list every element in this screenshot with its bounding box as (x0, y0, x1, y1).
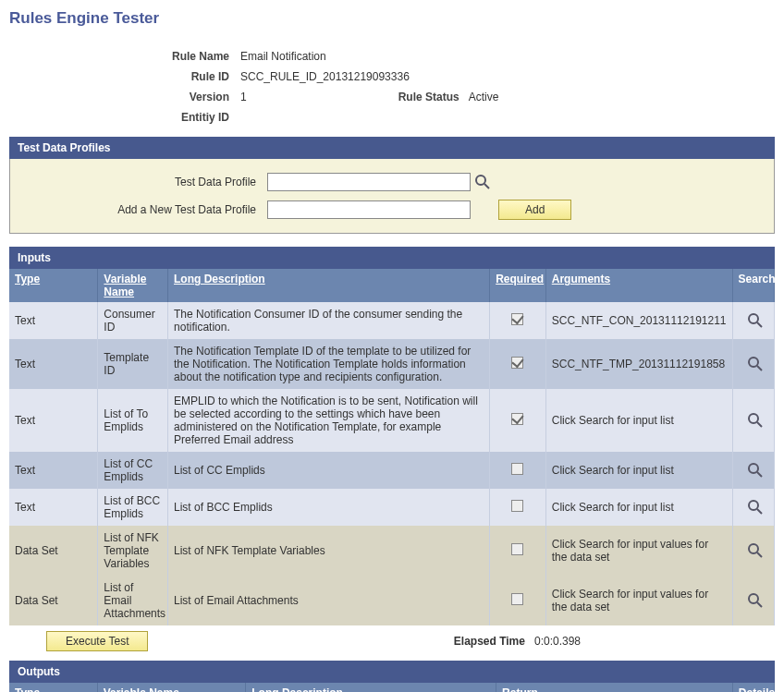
rule-header: Rule Name Email Notification Rule ID SCC… (9, 46, 775, 127)
col-arguments[interactable]: Arguments (552, 273, 610, 285)
col-search: Search (732, 269, 774, 302)
table-row: Data SetList of Email AttachmentsList of… (9, 576, 775, 625)
checkbox-icon (511, 413, 523, 425)
cell-required (490, 389, 546, 452)
test-data-profiles-box: Test Data Profile Add a New Test Data Pr… (9, 159, 775, 234)
version-value: 1 (240, 91, 247, 103)
svg-line-15 (757, 602, 762, 607)
svg-line-3 (757, 322, 762, 327)
cell-arguments: SCC_NTF_CON_20131112191211 (545, 302, 732, 339)
entity-id-label: Entitiy ID (9, 111, 240, 124)
cell-arguments: Click Search for input list (545, 452, 732, 489)
cell-long-description: List of Email Attachments (168, 576, 490, 625)
cell-arguments: Click Search for input list (545, 489, 732, 526)
svg-point-4 (749, 358, 758, 367)
cell-required (490, 576, 546, 625)
col-long-description[interactable]: Long Description (174, 273, 265, 285)
inputs-grid: Type Variable Name Long Description Requ… (9, 269, 775, 625)
cell-search (732, 302, 774, 339)
svg-point-12 (749, 544, 758, 553)
checkbox-icon (511, 463, 523, 475)
elapsed-time-value: 0:0:0.398 (534, 635, 581, 648)
cell-required (490, 302, 546, 339)
page-title: Rules Engine Tester (9, 9, 775, 28)
search-icon[interactable] (747, 499, 764, 516)
cell-search (732, 339, 774, 389)
table-row: TextList of CC EmplidsList of CC Emplids… (9, 452, 775, 489)
checkbox-icon (511, 313, 523, 325)
cell-search (732, 576, 774, 625)
checkbox-icon (511, 543, 523, 555)
cell-variable: List of To Emplids (98, 389, 168, 452)
cell-type: Text (9, 489, 98, 526)
cell-long-description: List of NFK Template Variables (168, 526, 490, 576)
outputs-grid: Type Variable Name Long Description Retu… (9, 683, 775, 692)
rule-name-label: Rule Name (9, 50, 240, 63)
col-return[interactable]: Return (502, 686, 538, 692)
checkbox-icon (511, 593, 523, 605)
col-long-description[interactable]: Long Description (251, 686, 343, 692)
rule-status-value: Active (469, 91, 499, 103)
search-icon[interactable] (747, 592, 764, 609)
cell-required (490, 526, 546, 576)
cell-required (490, 452, 546, 489)
col-variable-name[interactable]: Variable Name (104, 686, 179, 692)
execute-test-button[interactable]: Execute Test (46, 631, 148, 651)
search-icon[interactable] (747, 412, 764, 429)
inputs-header: Inputs (9, 247, 775, 269)
svg-point-2 (749, 314, 758, 323)
col-variable-name[interactable]: Variable Name (104, 273, 146, 298)
test-data-profile-label: Test Data Profile (18, 176, 267, 188)
table-row: TextConsumer IDThe Notification Consumer… (9, 302, 775, 339)
cell-search (732, 389, 774, 452)
rule-status-label: Rule Status (321, 91, 469, 103)
outputs-header: Outputs (9, 661, 775, 683)
col-type[interactable]: Type (15, 686, 40, 692)
table-row: TextList of BCC EmplidsList of BCC Empli… (9, 489, 775, 526)
table-row: Data SetList of NFK Template VariablesLi… (9, 526, 775, 576)
svg-line-11 (757, 509, 762, 514)
svg-line-13 (757, 552, 762, 557)
search-icon[interactable] (747, 356, 764, 372)
cell-type: Data Set (9, 526, 98, 576)
cell-type: Text (9, 452, 98, 489)
svg-line-5 (757, 366, 762, 370)
svg-line-7 (757, 422, 762, 427)
cell-arguments: Click Search for input values for the da… (545, 526, 732, 576)
cell-search (732, 452, 774, 489)
table-row: TextTemplate IDThe Notification Template… (9, 339, 775, 389)
cell-required (490, 489, 546, 526)
elapsed-time-label: Elapsed Time (454, 635, 525, 648)
cell-long-description: List of CC Emplids (168, 452, 490, 489)
version-label: Version (9, 91, 240, 103)
search-icon[interactable] (747, 462, 764, 479)
col-details: Details (732, 683, 774, 692)
cell-variable: List of CC Emplids (98, 452, 168, 489)
svg-point-8 (749, 464, 758, 473)
search-icon[interactable] (474, 174, 491, 190)
cell-variable: List of NFK Template Variables (98, 526, 168, 576)
cell-search (732, 526, 774, 576)
table-row: TextList of To EmplidsEMPLID to which th… (9, 389, 775, 452)
checkbox-icon (511, 500, 523, 512)
col-required[interactable]: Required (496, 273, 544, 285)
cell-variable: List of BCC Emplids (98, 489, 168, 526)
col-type[interactable]: Type (15, 273, 40, 285)
svg-point-6 (749, 414, 758, 423)
cell-arguments: Click Search for input list (545, 389, 732, 452)
cell-arguments: SCC_NTF_TMP_20131112191858 (545, 339, 732, 389)
add-button[interactable]: Add (498, 200, 571, 220)
cell-variable: List of Email Attachments (98, 576, 168, 625)
search-icon[interactable] (747, 312, 764, 329)
cell-long-description: EMPLID to which the Notification is to b… (168, 389, 490, 452)
search-icon[interactable] (747, 542, 764, 559)
test-data-profile-input[interactable] (267, 173, 471, 191)
rule-id-value: SCC_RULE_ID_20131219093336 (240, 70, 410, 83)
cell-variable: Consumer ID (98, 302, 168, 339)
checkbox-icon (511, 357, 523, 369)
add-profile-label: Add a New Test Data Profile (18, 203, 267, 216)
add-profile-input[interactable] (267, 200, 471, 219)
rule-id-label: Rule ID (9, 70, 240, 83)
cell-long-description: The Notification Consumer ID of the cons… (168, 302, 490, 339)
cell-variable: Template ID (98, 339, 168, 389)
